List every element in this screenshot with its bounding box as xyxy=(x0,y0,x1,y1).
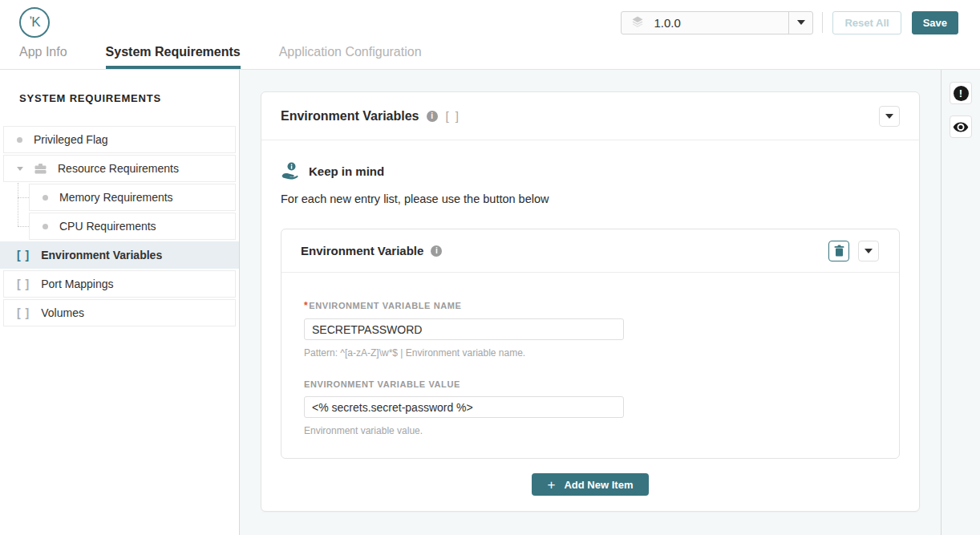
sidebar-item-label: Memory Requirements xyxy=(59,191,173,204)
brackets-icon: [ ] xyxy=(17,249,30,261)
collapse-section-button[interactable] xyxy=(879,106,900,127)
archive-icon xyxy=(34,164,47,174)
sidebar-item-label: Port Mappings xyxy=(41,278,113,290)
environment-variable-value-input[interactable] xyxy=(304,396,624,418)
required-asterisk: * xyxy=(304,300,308,311)
app-window: ʼK 1.0.0 Reset All Save App Info System … xyxy=(0,0,980,535)
collapse-entry-button[interactable] xyxy=(858,241,879,261)
entry-actions xyxy=(828,241,889,261)
reset-all-button[interactable]: Reset All xyxy=(832,11,901,34)
hint-title: Keep in mind xyxy=(309,164,384,178)
layers-icon xyxy=(631,15,644,30)
caret-down-icon xyxy=(797,20,805,25)
divider xyxy=(822,12,823,33)
tab-system-requirements[interactable]: System Requirements xyxy=(106,45,241,69)
alert-icon: ! xyxy=(954,86,969,101)
add-item-row: + Add New Item xyxy=(281,473,900,496)
tab-app-info[interactable]: App Info xyxy=(19,45,67,69)
card-body: Keep in mind For each new entry list, pl… xyxy=(261,140,919,496)
sidebar-subtree: Memory Requirements CPU Requirements xyxy=(0,184,239,240)
info-hand-icon xyxy=(281,162,299,180)
info-icon[interactable]: i xyxy=(427,111,438,122)
save-button[interactable]: Save xyxy=(912,11,958,34)
info-icon[interactable]: i xyxy=(431,245,442,257)
field-environment-variable-value: ENVIRONMENT VARIABLE VALUE Environment v… xyxy=(304,379,877,436)
version-caret-button[interactable] xyxy=(788,12,812,34)
version-selector-value[interactable]: 1.0.0 xyxy=(622,12,788,34)
section-title: Environment Variables xyxy=(281,109,419,124)
sidebar-item-label: Environment Variables xyxy=(41,249,162,261)
top-controls: 1.0.0 Reset All Save xyxy=(621,11,958,34)
errors-toggle-button[interactable]: ! xyxy=(950,82,972,104)
top-bar: ʼK 1.0.0 Reset All Save xyxy=(0,0,980,45)
logo-glyph: ʼK xyxy=(29,14,39,30)
tab-application-configuration[interactable]: Application Configuration xyxy=(279,45,422,69)
app-logo: ʼK xyxy=(19,7,50,38)
sidebar-item-label: Privileged Flag xyxy=(34,133,108,146)
sidebar-item-label: Volumes xyxy=(41,306,84,319)
preview-toggle-button[interactable] xyxy=(950,116,972,138)
field-label: ENVIRONMENT VARIABLE VALUE xyxy=(304,379,877,389)
add-new-item-label: Add New Item xyxy=(564,479,633,491)
dot-icon xyxy=(17,137,22,143)
caret-down-icon xyxy=(865,249,873,253)
right-toolbar: ! xyxy=(941,70,980,535)
delete-entry-button[interactable] xyxy=(828,241,849,261)
caret-down-icon xyxy=(17,167,23,171)
tab-bar: App Info System Requirements Application… xyxy=(0,45,980,70)
sidebar-item-cpu-requirements[interactable]: CPU Requirements xyxy=(29,213,236,240)
field-label-text: ENVIRONMENT VARIABLE NAME xyxy=(309,301,461,310)
environment-variables-card: Environment Variables i [ ] xyxy=(261,91,920,512)
sidebar-item-resource-requirements[interactable]: Resource Requirements xyxy=(3,155,236,182)
field-environment-variable-name: *ENVIRONMENT VARIABLE NAME Pattern: ^[a-… xyxy=(304,300,877,359)
sidebar-item-memory-requirements[interactable]: Memory Requirements xyxy=(29,184,236,211)
brackets-icon: [ ] xyxy=(17,278,30,290)
sidebar-title: SYSTEM REQUIREMENTS xyxy=(0,92,239,126)
add-new-item-button[interactable]: + Add New Item xyxy=(532,473,650,496)
entry-title: Environment Variable xyxy=(301,244,423,257)
eye-icon xyxy=(953,122,969,132)
hint-description: For each new entry list, please use the … xyxy=(281,193,900,205)
field-helper-text: Environment variable value. xyxy=(304,425,877,436)
card-header: Environment Variables i [ ] xyxy=(261,92,919,140)
hint-header: Keep in mind xyxy=(281,162,900,180)
entry-body: *ENVIRONMENT VARIABLE NAME Pattern: ^[a-… xyxy=(281,272,899,458)
dot-icon xyxy=(43,195,48,201)
sidebar-item-label: CPU Requirements xyxy=(59,220,156,233)
brackets-icon: [ ] xyxy=(17,306,30,319)
caret-down-icon xyxy=(885,114,893,119)
field-helper-text: Pattern: ^[a-zA-Z]\w*$ | Environment var… xyxy=(304,347,877,359)
sidebar-item-environment-variables[interactable]: [ ] Environment Variables xyxy=(0,241,239,269)
sidebar: SYSTEM REQUIREMENTS Privileged Flag Reso… xyxy=(0,70,240,535)
dot-icon xyxy=(43,224,48,229)
sidebar-item-privileged-flag[interactable]: Privileged Flag xyxy=(3,126,236,153)
main-panel: Environment Variables i [ ] xyxy=(240,70,941,535)
list-type-badge: [ ] xyxy=(446,109,461,123)
sidebar-item-port-mappings[interactable]: [ ] Port Mappings xyxy=(3,270,236,298)
plus-icon: + xyxy=(548,478,556,492)
environment-variable-entry: Environment Variable i xyxy=(281,229,900,459)
content-area: SYSTEM REQUIREMENTS Privileged Flag Reso… xyxy=(0,70,980,535)
field-label-text: ENVIRONMENT VARIABLE VALUE xyxy=(304,379,460,389)
environment-variable-name-input[interactable] xyxy=(304,318,624,340)
field-label: *ENVIRONMENT VARIABLE NAME xyxy=(304,300,877,311)
entry-header: Environment Variable i xyxy=(281,229,899,272)
sidebar-item-label: Resource Requirements xyxy=(58,162,179,175)
version-label: 1.0.0 xyxy=(654,16,680,30)
version-selector[interactable]: 1.0.0 xyxy=(621,11,813,34)
sidebar-item-volumes[interactable]: [ ] Volumes xyxy=(3,299,236,326)
trash-icon xyxy=(834,245,844,257)
